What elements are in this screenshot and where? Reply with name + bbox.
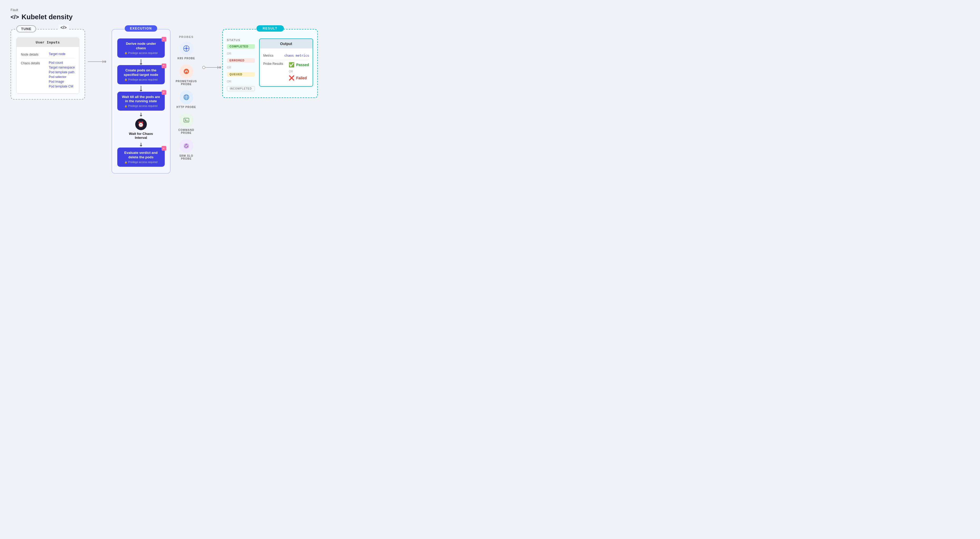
exec-arrow-2 bbox=[141, 86, 141, 91]
code-icon: </> bbox=[11, 14, 19, 21]
result-content: STATUS COMPLETED OR ERRORED OR QUEUED OR… bbox=[227, 38, 313, 91]
fault-label: Fault bbox=[11, 8, 969, 12]
output-body: Metrics chaos metrics Probe Results ✅ Pa… bbox=[259, 49, 313, 86]
result-section: RESULT STATUS COMPLETED OR ERRORED OR QU… bbox=[222, 29, 318, 98]
probe-results-row: Probe Results ✅ Passed OR ❌ Failed bbox=[263, 60, 309, 83]
chaos-val-1: Pod count bbox=[49, 61, 75, 65]
arrow-line bbox=[88, 61, 103, 62]
k8s-icon bbox=[180, 42, 193, 55]
failed-badge: ❌ Failed bbox=[289, 75, 307, 81]
step-wait-sub-text: Privilege access required bbox=[128, 105, 158, 108]
node-details-row: Node details Target node bbox=[21, 50, 75, 59]
status-badges: COMPLETED OR ERRORED OR QUEUED OR INCOMP… bbox=[227, 44, 255, 91]
or-2: OR bbox=[227, 66, 255, 69]
status-title: STATUS bbox=[227, 38, 255, 42]
step-wait-sub: 🔒 Privilege access required bbox=[121, 105, 161, 108]
result-badge: RESULT bbox=[256, 25, 284, 32]
metrics-label: Metrics bbox=[263, 54, 282, 57]
step-corner-badge-2: ✦ bbox=[162, 63, 166, 68]
probes-result-arrow bbox=[202, 66, 222, 69]
step-wait: Wait till all the pods are in the runnin… bbox=[117, 92, 165, 111]
srm-label: SRM SLOPROBE bbox=[179, 154, 193, 160]
tune-code-symbol: </> bbox=[59, 25, 69, 30]
status-queued: QUEUED bbox=[227, 72, 255, 77]
page-title: </> Kubelet density bbox=[11, 13, 969, 21]
http-icon bbox=[180, 90, 193, 104]
lock-icon-4: 🔒 bbox=[124, 161, 127, 163]
chaos-val-6: Pod template CM bbox=[49, 84, 75, 88]
step-create-title: Create pods on the specified target node bbox=[121, 68, 161, 77]
step-create-sub: 🔒 Privilege access required bbox=[121, 78, 161, 81]
probe-results-values: ✅ Passed OR ❌ Failed bbox=[289, 62, 309, 81]
output-header: Output bbox=[259, 39, 313, 49]
exec-arrow-4 bbox=[141, 143, 141, 146]
or-1: OR bbox=[227, 52, 255, 55]
step-evaluate-sub: 🔒 Privilege access required bbox=[121, 161, 161, 163]
prometheus-icon bbox=[180, 65, 193, 78]
tune-section: TUNE </> User Inputs Node details Target… bbox=[11, 29, 85, 100]
node-details-label: Node details bbox=[21, 52, 45, 56]
step-create: Create pods on the specified target node… bbox=[117, 65, 165, 84]
step-corner-badge-4: ✦ bbox=[162, 146, 166, 151]
status-completed: COMPLETED bbox=[227, 44, 255, 49]
node-details-value: Target node bbox=[49, 52, 65, 56]
command-label: COMMANDPROBE bbox=[178, 128, 194, 134]
probe-http: HTTP PROBE bbox=[177, 90, 196, 109]
failed-text: Failed bbox=[296, 76, 307, 80]
chaos-val-4: Pod selector bbox=[49, 75, 75, 79]
prometheus-label: PROMETHEUSPROBE bbox=[175, 80, 197, 86]
x-circle-icon: ❌ bbox=[289, 75, 294, 81]
svg-point-14 bbox=[184, 146, 185, 147]
status-errored: ERRORED bbox=[227, 58, 255, 63]
chaos-val-3: Pod template path bbox=[49, 70, 75, 74]
execution-section: EXECUTION Derive node under chaos 🔒 Priv… bbox=[111, 29, 170, 174]
probes-label: PROBES bbox=[173, 35, 199, 38]
step-derive-wrapper: Derive node under chaos 🔒 Privilege acce… bbox=[117, 38, 165, 58]
lock-icon-3: 🔒 bbox=[124, 105, 127, 108]
svg-rect-9 bbox=[184, 118, 189, 122]
step-evaluate-sub-text: Privilege access required bbox=[128, 161, 158, 163]
probe-command: COMMANDPROBE bbox=[178, 113, 194, 134]
probes-list: K8S PROBE PROMETHEUSPROBE bbox=[173, 42, 199, 160]
chaos-val-5: Pod image bbox=[49, 80, 75, 84]
metrics-row: Metrics chaos metrics bbox=[263, 52, 309, 60]
k8s-label: K8S PROBE bbox=[177, 57, 195, 60]
metrics-value: chaos metrics bbox=[285, 54, 309, 57]
svg-point-13 bbox=[186, 144, 187, 144]
tune-badge: TUNE bbox=[16, 25, 36, 32]
tune-execution-arrow bbox=[85, 60, 109, 63]
user-inputs-header: User Inputs bbox=[17, 38, 79, 47]
user-inputs-box: User Inputs Node details Target node Cha… bbox=[16, 37, 80, 94]
chaos-interval-label: Wait for ChaosInterval bbox=[129, 132, 153, 140]
chaos-val-2: Target namespace bbox=[49, 66, 75, 69]
http-label: HTTP PROBE bbox=[177, 106, 196, 109]
step-evaluate-title: Evaluate verdict and delete the pods bbox=[121, 151, 161, 160]
step-evaluate-wrapper: Evaluate verdict and delete the pods 🔒 P… bbox=[117, 147, 165, 167]
probe-prometheus: PROMETHEUSPROBE bbox=[175, 65, 197, 86]
main-diagram: TUNE </> User Inputs Node details Target… bbox=[11, 29, 969, 174]
or-3: OR bbox=[227, 80, 255, 83]
step-wait-title: Wait till all the pods are in the runnin… bbox=[121, 95, 161, 104]
step-derive: Derive node under chaos 🔒 Privilege acce… bbox=[117, 38, 165, 58]
svg-point-1 bbox=[185, 48, 187, 49]
chaos-details-values: Pod count Target namespace Pod template … bbox=[49, 61, 75, 88]
probes-section: PROBES K8S PROBE bbox=[170, 29, 202, 166]
passed-text: Passed bbox=[296, 63, 309, 67]
probe-results-label: Probe Results bbox=[263, 62, 283, 66]
user-inputs-body: Node details Target node Chaos details P… bbox=[17, 47, 79, 94]
execution-badge: EXECUTION bbox=[125, 25, 158, 32]
chaos-details-label: Chaos details bbox=[21, 61, 45, 65]
step-wait-wrapper: Wait till all the pods are in the runnin… bbox=[117, 92, 165, 111]
probe-k8s: K8S PROBE bbox=[177, 42, 195, 60]
status-col: STATUS COMPLETED OR ERRORED OR QUEUED OR… bbox=[227, 38, 255, 91]
chaos-details-row: Chaos details Pod count Target namespace… bbox=[21, 59, 75, 90]
pr-line bbox=[205, 67, 218, 68]
svg-point-15 bbox=[188, 146, 188, 147]
step-derive-sub-text: Privilege access required bbox=[128, 52, 158, 54]
step-derive-sub: 🔒 Privilege access required bbox=[121, 52, 161, 54]
passed-badge: ✅ Passed bbox=[289, 62, 309, 68]
page-header: Fault </> Kubelet density bbox=[11, 8, 969, 21]
pr-circle bbox=[202, 66, 205, 69]
lock-icon-2: 🔒 bbox=[124, 78, 127, 81]
exec-arrow-1 bbox=[141, 59, 141, 65]
